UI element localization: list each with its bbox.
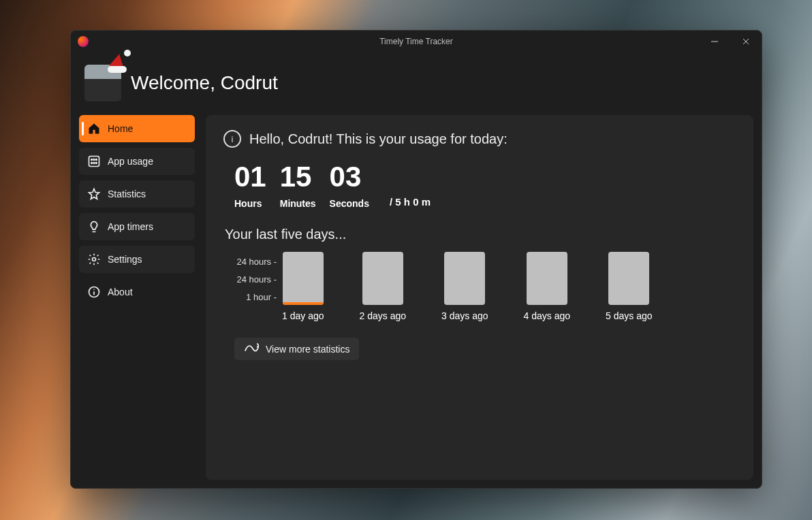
sidebar-item-label: Statistics (108, 189, 146, 199)
window-controls (699, 31, 762, 52)
chart-y-axis: 24 hours - 24 hours - 1 hour - (223, 252, 277, 321)
santa-hat-icon (108, 52, 131, 73)
chart-bar: 2 days ago (360, 252, 407, 321)
info-icon: i (223, 130, 241, 148)
usage-hours: 01 Hours (234, 163, 266, 209)
gear-icon (87, 253, 101, 266)
svg-point-3 (96, 159, 97, 161)
y-tick: 24 hours - (236, 271, 277, 289)
view-more-statistics-button[interactable]: View more statistics (234, 338, 359, 360)
trend-icon (244, 343, 259, 355)
chart-bars: 1 day ago2 days ago3 days ago4 days ago5… (282, 252, 653, 321)
bar-slot (283, 252, 324, 305)
history-title: Your last five days... (225, 227, 736, 242)
app-icon (78, 36, 89, 47)
minimize-icon (711, 38, 718, 45)
app-window: Timely Time Tracker Welcome, C (70, 30, 762, 489)
usage-seconds: 03 Seconds (330, 163, 369, 209)
usage-hours-label: Hours (234, 198, 262, 209)
svg-point-10 (93, 289, 95, 290)
usage-seconds-value: 03 (330, 163, 362, 191)
usage-minutes-value: 15 (280, 163, 312, 191)
sidebar-item-label: App usage (108, 156, 153, 167)
sidebar-item-label: App timers (108, 221, 153, 232)
history-chart: 24 hours - 24 hours - 1 hour - 1 day ago… (223, 252, 736, 321)
welcome-header: Welcome, Codrut (79, 52, 753, 115)
sidebar-item-label: Home (108, 123, 133, 134)
sidebar-item-app-timers[interactable]: App timers (79, 213, 195, 240)
chart-bar: 1 day ago (282, 252, 324, 321)
bar-caption: 5 days ago (606, 310, 653, 321)
sidebar: Home App usage (79, 115, 195, 480)
sidebar-item-statistics[interactable]: Statistics (79, 180, 195, 208)
chart-bar: 3 days ago (441, 252, 488, 321)
sidebar-item-label: About (108, 287, 133, 297)
grid-icon (87, 155, 101, 168)
close-icon (743, 38, 749, 45)
sidebar-item-home[interactable]: Home (79, 115, 195, 142)
svg-point-2 (93, 159, 95, 161)
bar-caption: 1 day ago (282, 310, 324, 321)
svg-point-1 (91, 159, 93, 161)
greeting-text: Hello, Codrut! This is your usage for to… (249, 131, 507, 147)
usage-seconds-label: Seconds (330, 198, 369, 209)
star-icon (87, 187, 101, 201)
chart-bar: 4 days ago (524, 252, 571, 321)
bar-slot (362, 252, 403, 305)
sidebar-item-label: Settings (108, 254, 142, 265)
content-panel: i Hello, Codrut! This is your usage for … (206, 115, 753, 480)
chart-bar: 5 days ago (606, 252, 653, 321)
svg-point-4 (91, 163, 93, 164)
y-tick: 24 hours - (236, 253, 277, 271)
bar-caption: 2 days ago (360, 310, 407, 321)
desktop-wallpaper: Timely Time Tracker Welcome, C (0, 0, 812, 520)
sidebar-item-about[interactable]: About (79, 278, 195, 306)
home-icon (87, 122, 101, 135)
sidebar-item-app-usage[interactable]: App usage (79, 148, 195, 175)
info-icon (87, 285, 101, 299)
avatar-wrap (84, 65, 121, 101)
close-button[interactable] (730, 31, 762, 52)
usage-minutes: 15 Minutes (280, 163, 316, 209)
bar-slot (527, 252, 567, 305)
bar-fill (283, 302, 324, 305)
window-title: Timely Time Tracker (71, 37, 762, 46)
svg-rect-0 (89, 157, 99, 167)
svg-point-6 (96, 163, 97, 164)
y-tick: 1 hour - (246, 289, 277, 306)
bulb-icon (87, 220, 101, 233)
sidebar-item-settings[interactable]: Settings (79, 246, 195, 273)
minimize-button[interactable] (699, 31, 730, 52)
usage-hours-value: 01 (234, 163, 266, 191)
usage-today: 01 Hours 15 Minutes 03 Seconds / 5 h 0 m (223, 163, 736, 209)
bar-slot (444, 252, 485, 305)
greeting-line: i Hello, Codrut! This is your usage for … (223, 130, 736, 148)
bar-slot (608, 252, 649, 305)
titlebar: Timely Time Tracker (71, 31, 762, 52)
bar-caption: 3 days ago (441, 310, 488, 321)
welcome-text: Welcome, Codrut (131, 72, 278, 94)
bar-caption: 4 days ago (524, 310, 571, 321)
svg-point-5 (93, 163, 95, 164)
svg-point-7 (93, 258, 96, 261)
view-more-label: View more statistics (266, 344, 349, 355)
usage-limit: / 5 h 0 m (390, 196, 431, 209)
usage-minutes-label: Minutes (280, 198, 316, 209)
